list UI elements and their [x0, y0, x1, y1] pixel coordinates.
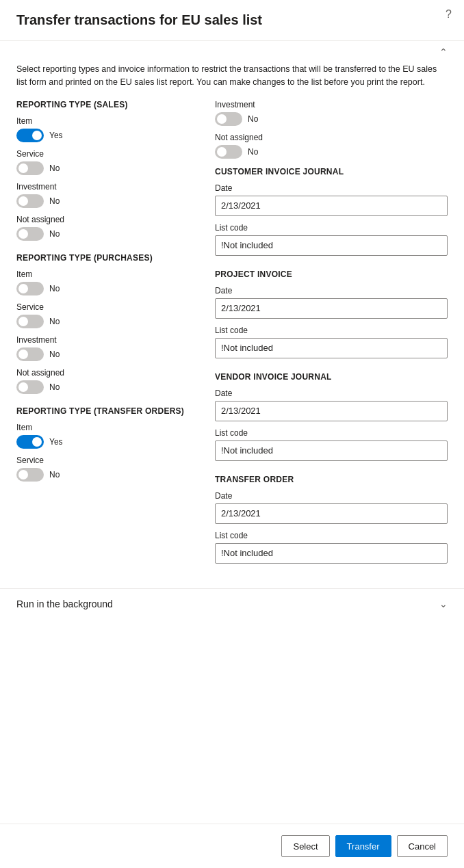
purchases-notassigned-toggle-thumb	[18, 382, 28, 392]
purchases-notassigned-toggle-row: Not assigned No	[16, 368, 201, 394]
sales-notassigned-toggle-container[interactable]: No	[16, 227, 201, 241]
project-invoice-title: PROJECT INVOICE	[215, 269, 448, 279]
right-sales-notassigned-toggle-row: Not assigned No	[215, 133, 448, 159]
right-sales-investment-toggle[interactable]	[215, 112, 242, 126]
project-invoice-listcode-group: List code	[215, 326, 448, 358]
transfer-service-value: No	[49, 470, 60, 479]
right-sales-investment-value: No	[248, 114, 258, 124]
purchases-investment-label: Investment	[16, 335, 201, 345]
transfer-item-value: Yes	[49, 437, 63, 447]
transfer-order-date-group: Date	[215, 491, 448, 524]
right-sales-investment-toggle-row: Investment No	[215, 100, 448, 126]
purchases-notassigned-label: Not assigned	[16, 368, 201, 378]
sales-item-toggle-thumb	[32, 131, 42, 140]
sales-investment-value: No	[49, 196, 60, 206]
sales-investment-label: Investment	[16, 182, 201, 192]
purchases-service-value: No	[49, 317, 60, 326]
right-sales-investment-toggle-thumb	[217, 114, 227, 124]
customer-invoice-title: CUSTOMER INVOICE JOURNAL	[215, 167, 448, 176]
reporting-sales-title: REPORTING TYPE (SALES)	[16, 100, 201, 109]
customer-invoice-listcode-label: List code	[215, 223, 448, 233]
purchases-service-toggle[interactable]	[16, 315, 44, 328]
purchases-service-label: Service	[16, 302, 201, 312]
sales-service-value: No	[49, 163, 60, 173]
transfer-service-label: Service	[16, 456, 201, 465]
section-collapse-header[interactable]: ⌃	[0, 41, 464, 60]
vendor-invoice-date-label: Date	[215, 389, 448, 398]
sales-item-label: Item	[16, 116, 201, 126]
chevron-up-icon: ⌃	[439, 47, 448, 57]
transfer-item-toggle[interactable]	[16, 435, 44, 449]
sales-notassigned-toggle-row: Not assigned No	[16, 215, 201, 241]
transfer-service-toggle[interactable]	[16, 468, 44, 482]
right-top-toggles: Investment No Not assigned No	[215, 100, 448, 159]
select-button[interactable]: Select	[281, 835, 329, 857]
transfer-item-toggle-container[interactable]: Yes	[16, 435, 201, 449]
transfer-service-toggle-thumb	[18, 470, 28, 479]
transfer-order-title: TRANSFER ORDER	[215, 475, 448, 484]
purchases-item-label: Item	[16, 269, 201, 279]
purchases-notassigned-toggle[interactable]	[16, 380, 44, 394]
sales-service-toggle[interactable]	[16, 161, 44, 175]
reporting-transfer-section: REPORTING TYPE (TRANSFER ORDERS) Item Ye…	[16, 406, 201, 482]
right-sales-investment-label: Investment	[215, 100, 448, 109]
project-invoice-listcode-input[interactable]	[215, 338, 448, 358]
purchases-investment-toggle-thumb	[18, 350, 28, 359]
purchases-item-toggle-row: Item No	[16, 269, 201, 295]
transfer-order-listcode-label: List code	[215, 531, 448, 540]
transfer-service-toggle-container[interactable]: No	[16, 468, 201, 482]
sales-item-value: Yes	[49, 131, 63, 140]
sales-item-toggle-row: Item Yes	[16, 116, 201, 142]
sales-service-toggle-row: Service No	[16, 149, 201, 175]
empty-space	[0, 619, 464, 708]
right-sales-notassigned-toggle-container[interactable]: No	[215, 145, 448, 159]
sales-service-toggle-container[interactable]: No	[16, 161, 201, 175]
project-invoice-date-label: Date	[215, 286, 448, 295]
vendor-invoice-date-input[interactable]	[215, 401, 448, 421]
right-column: Investment No Not assigned No	[215, 100, 448, 577]
sales-notassigned-toggle[interactable]	[16, 227, 44, 241]
purchases-item-toggle-thumb	[18, 284, 28, 293]
purchases-item-toggle-container[interactable]: No	[16, 282, 201, 295]
run-background-label: Run in the background	[16, 599, 113, 609]
footer: Select Transfer Cancel	[0, 824, 464, 868]
sales-item-toggle[interactable]	[16, 129, 44, 142]
transfer-button[interactable]: Transfer	[335, 835, 391, 857]
purchases-item-value: No	[49, 284, 60, 293]
page-title: Transfer transactions for EU sales list	[0, 0, 464, 28]
transfer-order-section: TRANSFER ORDER Date List code	[215, 475, 448, 564]
cancel-button[interactable]: Cancel	[397, 835, 448, 857]
reporting-transfer-title: REPORTING TYPE (TRANSFER ORDERS)	[16, 406, 201, 416]
transfer-order-date-label: Date	[215, 491, 448, 501]
vendor-invoice-listcode-label: List code	[215, 428, 448, 438]
right-sales-investment-toggle-container[interactable]: No	[215, 112, 448, 126]
run-background-section[interactable]: Run in the background ⌄	[0, 588, 464, 619]
section-description: Select reporting types and invoice infor…	[0, 60, 464, 100]
sales-service-toggle-thumb	[18, 163, 28, 173]
sales-item-toggle-container[interactable]: Yes	[16, 129, 201, 142]
purchases-investment-toggle-container[interactable]: No	[16, 347, 201, 361]
purchases-service-toggle-thumb	[18, 317, 28, 326]
transfer-order-listcode-input[interactable]	[215, 543, 448, 564]
transfer-order-listcode-group: List code	[215, 531, 448, 564]
sales-investment-toggle-container[interactable]: No	[16, 194, 201, 208]
vendor-invoice-section: VENDOR INVOICE JOURNAL Date List code	[215, 372, 448, 461]
vendor-invoice-listcode-group: List code	[215, 428, 448, 461]
customer-invoice-listcode-input[interactable]	[215, 235, 448, 256]
purchases-item-toggle[interactable]	[16, 282, 44, 295]
customer-invoice-date-input[interactable]	[215, 196, 448, 216]
sales-notassigned-label: Not assigned	[16, 215, 201, 224]
reporting-purchases-title: REPORTING TYPE (PURCHASES)	[16, 253, 201, 263]
right-sales-notassigned-toggle[interactable]	[215, 145, 242, 159]
transfer-order-date-input[interactable]	[215, 503, 448, 524]
purchases-notassigned-toggle-container[interactable]: No	[16, 380, 201, 394]
sales-service-label: Service	[16, 149, 201, 159]
help-icon[interactable]: ?	[446, 8, 452, 21]
transfer-item-toggle-thumb	[32, 437, 42, 447]
purchases-investment-toggle[interactable]	[16, 347, 44, 361]
purchases-service-toggle-container[interactable]: No	[16, 315, 201, 328]
vendor-invoice-listcode-input[interactable]	[215, 440, 448, 461]
sales-investment-toggle[interactable]	[16, 194, 44, 208]
project-invoice-date-input[interactable]	[215, 298, 448, 319]
sales-notassigned-toggle-thumb	[18, 229, 28, 239]
